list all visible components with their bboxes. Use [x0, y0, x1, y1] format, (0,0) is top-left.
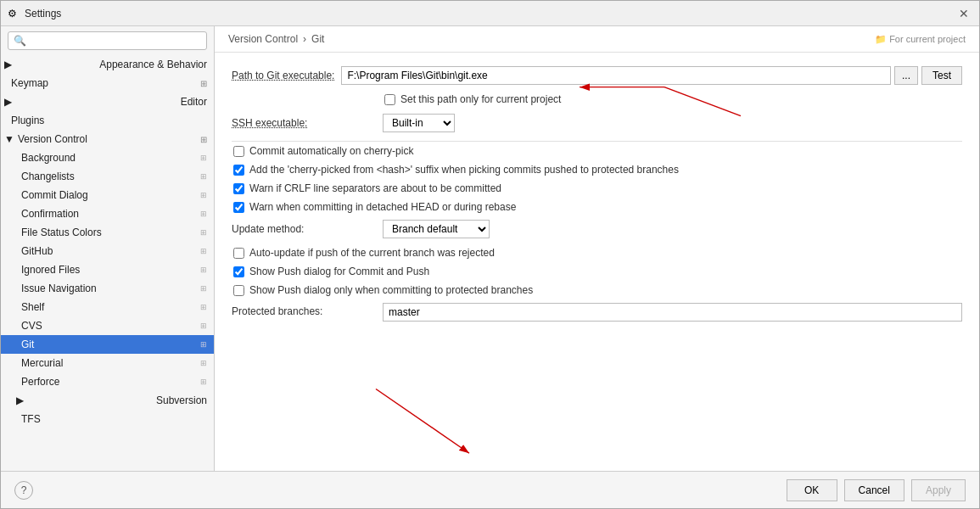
sidebar-label-mercurial: Mercurial: [21, 357, 63, 369]
sidebar-item-background[interactable]: Background ⊞: [1, 148, 214, 167]
sidebar-item-github[interactable]: GitHub ⊞: [1, 242, 214, 260]
sidebar-label-github: GitHub: [21, 245, 53, 257]
breadcrumb-git: Git: [311, 33, 324, 45]
update-method-row: Update method: Branch default Merge Reba…: [232, 220, 962, 238]
sidebar-item-commit-dialog[interactable]: Commit Dialog ⊞: [1, 186, 214, 204]
cl-icon: ⊞: [200, 172, 207, 181]
ssh-dropdown[interactable]: Built-in Native: [383, 114, 455, 132]
apply-button[interactable]: Apply: [911, 479, 966, 501]
breadcrumb: Version Control › Git 📁 For current proj…: [215, 26, 979, 53]
expand-icon-svn: ▶: [16, 394, 24, 406]
browse-button[interactable]: ...: [894, 66, 918, 85]
sidebar-item-confirmation[interactable]: Confirmation ⊞: [1, 204, 214, 223]
search-input[interactable]: [8, 31, 207, 50]
add-suffix-label: Add the 'cherry-picked from <hash>' suff…: [249, 164, 679, 176]
sidebar-item-ignored-files[interactable]: Ignored Files ⊞: [1, 260, 214, 279]
settings-form: Path to Git executable: ... Test Set thi…: [215, 53, 979, 471]
main-content: ▶ Appearance & Behavior Keymap ⊞ ▶ Edito…: [1, 26, 979, 471]
sidebar-item-changelists[interactable]: Changelists ⊞: [1, 167, 214, 186]
sidebar: ▶ Appearance & Behavior Keymap ⊞ ▶ Edito…: [1, 26, 215, 471]
sidebar-label-git: Git: [21, 338, 34, 350]
sidebar-item-version-control[interactable]: ▼ Version Control ⊞: [1, 130, 214, 148]
close-button[interactable]: ✕: [955, 5, 972, 22]
help-button[interactable]: ?: [14, 481, 33, 500]
sidebar-item-editor[interactable]: ▶ Editor: [1, 92, 214, 111]
ssh-label: SSH executable:: [232, 117, 376, 129]
auto-cherry-checkbox[interactable]: [233, 146, 244, 157]
bg-icon: ⊞: [200, 154, 207, 162]
conf-icon: ⊞: [200, 210, 207, 218]
auto-update-row: Auto-update if push of the current branc…: [232, 247, 962, 259]
protected-label: Protected branches:: [232, 303, 376, 317]
sidebar-label-subversion: Subversion: [156, 394, 207, 406]
sidebar-label-keymap: Keymap: [11, 77, 48, 89]
protected-row: Protected branches:: [232, 303, 962, 322]
window-title: Settings: [25, 8, 61, 20]
warn-detached-checkbox[interactable]: [233, 202, 244, 213]
current-project-checkbox[interactable]: [384, 94, 395, 105]
warn-crlf-checkbox[interactable]: [233, 183, 244, 194]
show-push-row: Show Push dialog for Commit and Push: [232, 266, 962, 277]
sidebar-label-tfs: TFS: [21, 413, 41, 425]
shelf-icon: ⊞: [200, 303, 207, 311]
update-label: Update method:: [232, 223, 376, 235]
project-icon: 📁: [875, 34, 887, 44]
sidebar-item-mercurial[interactable]: Mercurial ⊞: [1, 354, 214, 372]
git-icon: ⊞: [200, 340, 207, 349]
sidebar-item-file-status-colors[interactable]: File Status Colors ⊞: [1, 223, 214, 242]
warn-detached-label: Warn when committing in detached HEAD or…: [249, 201, 516, 213]
sidebar-item-keymap[interactable]: Keymap ⊞: [1, 74, 214, 92]
breadcrumb-vc: Version Control: [228, 33, 298, 45]
expand-icon-editor: ▶: [4, 96, 12, 108]
current-project-row: Set this path only for current project: [232, 93, 962, 105]
cancel-button[interactable]: Cancel: [844, 479, 904, 501]
cvs-icon: ⊞: [200, 322, 207, 330]
sidebar-item-plugins[interactable]: Plugins: [1, 111, 214, 130]
footer: ? OK Cancel Apply: [1, 471, 979, 508]
path-label: Path to Git executable:: [232, 70, 334, 81]
warn-crlf-row: Warn if CRLF line separators are about t…: [232, 182, 962, 194]
protected-input[interactable]: [383, 303, 962, 322]
sidebar-item-shelf[interactable]: Shelf ⊞: [1, 298, 214, 316]
sidebar-label-fsc: File Status Colors: [21, 227, 102, 238]
sidebar-item-cvs[interactable]: CVS ⊞: [1, 316, 214, 335]
sidebar-label-editor: Editor: [181, 96, 207, 108]
update-method-dropdown[interactable]: Branch default Merge Rebase: [383, 220, 490, 238]
auto-update-checkbox[interactable]: [233, 248, 244, 259]
expand-icon: ▶: [4, 59, 12, 70]
path-row: Path to Git executable: ... Test: [232, 66, 962, 85]
sidebar-item-appearance[interactable]: ▶ Appearance & Behavior: [1, 55, 214, 74]
keymap-icon: ⊞: [200, 79, 207, 88]
path-input[interactable]: [341, 66, 891, 85]
merc-icon: ⊞: [200, 359, 207, 367]
current-project-label: Set this path only for current project: [400, 93, 561, 105]
window-icon: ⚙: [8, 8, 20, 20]
if-icon: ⊞: [200, 266, 207, 274]
sidebar-item-issue-nav[interactable]: Issue Navigation ⊞: [1, 279, 214, 298]
sidebar-item-tfs[interactable]: TFS: [1, 410, 214, 428]
sidebar-item-perforce[interactable]: Perforce ⊞: [1, 372, 214, 391]
ok-button[interactable]: OK: [787, 479, 837, 501]
push-protected-label: Show Push dialog only when committing to…: [249, 284, 533, 296]
expand-icon-vc: ▼: [4, 133, 14, 145]
push-protected-checkbox[interactable]: [233, 285, 244, 296]
sidebar-label-plugins: Plugins: [11, 115, 44, 126]
sidebar-item-git[interactable]: Git ⊞: [1, 335, 214, 354]
show-push-label: Show Push dialog for Commit and Push: [249, 266, 429, 277]
sidebar-label-ignored: Ignored Files: [21, 264, 80, 276]
sidebar-item-subversion[interactable]: ▶ Subversion: [1, 391, 214, 410]
sidebar-label-shelf: Shelf: [21, 301, 44, 313]
show-push-checkbox[interactable]: [233, 266, 244, 277]
vc-icon: ⊞: [200, 135, 207, 144]
breadcrumb-sep: ›: [303, 33, 306, 45]
breadcrumb-project: 📁 For current project: [875, 34, 966, 45]
fsc-icon: ⊞: [200, 228, 207, 237]
warn-detached-row: Warn when committing in detached HEAD or…: [232, 201, 962, 213]
add-suffix-checkbox[interactable]: [233, 165, 244, 176]
test-button[interactable]: Test: [921, 66, 962, 85]
content-area: Version Control › Git 📁 For current proj…: [215, 26, 979, 471]
sidebar-label-commit-dialog: Commit Dialog: [21, 189, 88, 201]
in-icon: ⊞: [200, 284, 207, 293]
sidebar-label-background: Background: [21, 152, 76, 164]
perf-icon: ⊞: [200, 378, 207, 386]
